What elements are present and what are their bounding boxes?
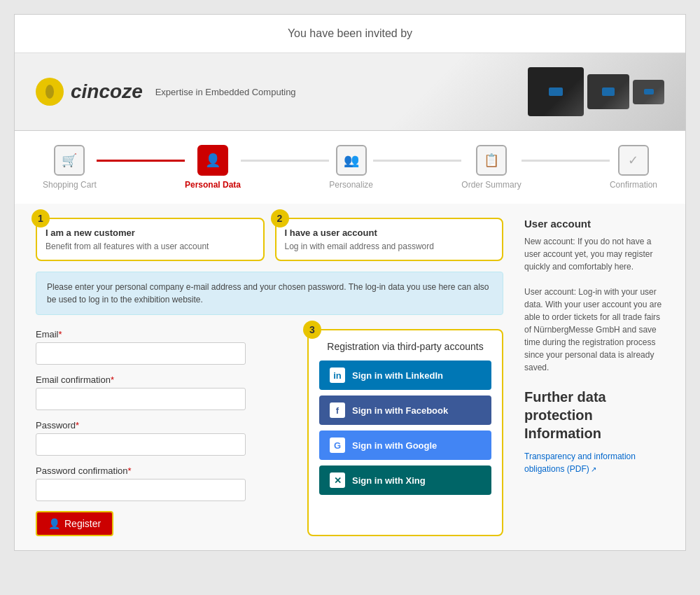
register-label: Register <box>64 518 101 529</box>
option-desc-2: Log in with email address and password <box>285 241 494 251</box>
data-protection-link[interactable]: Transparency and information obligations… <box>524 451 636 474</box>
company-name: cincoze <box>71 80 143 103</box>
progress-bar: 🛒 Shopping Cart 👤 Personal Data 👥 Person… <box>15 131 685 204</box>
facebook-signin-button[interactable]: f Sign in with Facebook <box>319 396 491 425</box>
third-party-number: 3 <box>303 321 321 339</box>
step-line-1 <box>97 160 185 162</box>
step-label-4: Order Summary <box>461 180 521 190</box>
form-fields: Email* Email confirmation* Password* <box>36 329 293 536</box>
linkedin-signin-button[interactable]: in Sign in with LinkedIn <box>319 360 491 390</box>
user-account-title: User account <box>524 218 664 230</box>
step-line-2 <box>241 160 329 162</box>
left-section: 1 I am a new customer Benefit from all f… <box>36 218 503 536</box>
option-title-2: I have a user account <box>285 227 494 238</box>
password-group: Password* <box>36 420 293 456</box>
email-group: Email* <box>36 329 293 365</box>
option-new-customer[interactable]: 1 I am a new customer Benefit from all f… <box>36 218 265 261</box>
step-circle-5: ✓ <box>618 145 649 176</box>
email-required-marker: * <box>59 329 62 340</box>
device-screen <box>549 88 563 96</box>
data-protection-title: Further data protection Information <box>524 388 664 442</box>
step-label-1: Shopping Cart <box>43 180 97 190</box>
main-content: 1 I am a new customer Benefit from all f… <box>15 204 685 550</box>
device-screen-2 <box>602 88 615 96</box>
step-shopping-cart: 🛒 Shopping Cart <box>43 145 97 190</box>
invitation-text: You have been invited by <box>288 27 412 39</box>
email-input[interactable] <box>36 342 246 365</box>
facebook-icon: f <box>330 402 345 418</box>
data-protection-box: Further data protection Information Tran… <box>524 388 664 475</box>
user-account-box: User account New account: If you do not … <box>524 218 664 374</box>
option-title-1: I am a new customer <box>46 227 255 238</box>
info-notice: Please enter your personal company e-mai… <box>36 272 503 315</box>
options-row: 1 I am a new customer Benefit from all f… <box>36 218 503 261</box>
device-panel <box>587 74 629 109</box>
device-mini <box>633 80 664 104</box>
facebook-label: Sign in with Facebook <box>352 405 448 416</box>
step-circle-3: 👥 <box>336 145 367 176</box>
google-label: Sign in with Google <box>352 440 437 451</box>
third-party-title: Registration via third-party accounts <box>319 341 491 352</box>
email-confirm-label: Email confirmation* <box>36 374 293 385</box>
step-circle-4: 📋 <box>476 145 507 176</box>
user-account-text: New account: If you do not have a user a… <box>524 235 664 374</box>
xing-signin-button[interactable]: ✕ Sign in with Xing <box>319 465 491 495</box>
linkedin-icon: in <box>330 368 345 383</box>
password-confirm-input[interactable] <box>36 479 246 501</box>
form-section: Email* Email confirmation* Password* <box>36 329 503 536</box>
right-sidebar: User account New account: If you do not … <box>524 218 664 536</box>
password-confirm-group: Password confirmation* <box>36 465 293 501</box>
register-button[interactable]: 👤 Register <box>36 511 113 536</box>
password-label: Password* <box>36 420 293 430</box>
info-notice-text: Please enter your personal company e-mai… <box>47 282 489 304</box>
option-desc-1: Benefit from all features with a user ac… <box>46 241 255 251</box>
step-order-summary: 📋 Order Summary <box>461 145 521 190</box>
email-confirm-group: Email confirmation* <box>36 374 293 410</box>
email-confirm-required: * <box>111 374 114 385</box>
xing-icon: ✕ <box>330 472 345 488</box>
company-header: cincoze Expertise in Embedded Computing <box>15 53 685 131</box>
step-label-3: Personalize <box>329 180 373 190</box>
google-signin-button[interactable]: G Sign in with Google <box>319 430 491 460</box>
step-label-5: Confirmation <box>610 180 657 190</box>
logo-icon <box>36 78 64 106</box>
step-personalize: 👥 Personalize <box>329 145 373 190</box>
company-tagline: Expertise in Embedded Computing <box>155 87 296 97</box>
step-line-4 <box>522 160 610 162</box>
step-circle-2: 👤 <box>197 145 228 176</box>
email-confirm-input[interactable] <box>36 388 246 410</box>
google-icon: G <box>330 438 345 453</box>
password-confirm-required: * <box>128 465 132 476</box>
register-icon: 👤 <box>48 518 60 529</box>
device-screen-3 <box>644 89 654 94</box>
device-tower <box>528 67 584 116</box>
step-circle-1: 🛒 <box>54 145 85 176</box>
step-label-2: Personal Data <box>185 180 241 190</box>
option-number-2: 2 <box>271 209 289 227</box>
page-container: You have been invited by cincoze Experti… <box>14 14 686 551</box>
email-label: Email* <box>36 329 293 340</box>
company-devices <box>528 67 664 116</box>
xing-label: Sign in with Xing <box>352 475 426 486</box>
password-required: * <box>76 420 79 430</box>
svg-point-1 <box>46 85 54 99</box>
option-number-1: 1 <box>31 209 50 227</box>
company-logo: cincoze Expertise in Embedded Computing <box>36 78 296 106</box>
step-line-3 <box>373 160 461 162</box>
option-existing-customer[interactable]: 2 I have a user account Log in with emai… <box>275 218 504 261</box>
step-personal-data: 👤 Personal Data <box>185 145 241 190</box>
third-party-box: 3 Registration via third-party accounts … <box>307 329 503 536</box>
linkedin-label: Sign in with LinkedIn <box>352 370 443 381</box>
invitation-banner: You have been invited by <box>15 15 685 53</box>
step-confirmation: ✓ Confirmation <box>610 145 657 190</box>
password-input[interactable] <box>36 433 246 456</box>
password-confirm-label: Password confirmation* <box>36 465 293 476</box>
